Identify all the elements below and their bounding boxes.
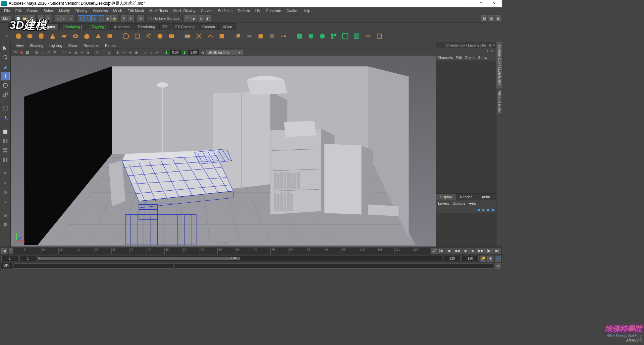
- cb-arrow-icon[interactable]: ➤: [486, 49, 489, 54]
- bevel-icon[interactable]: [256, 31, 266, 41]
- play-back-icon[interactable]: ◀: [461, 248, 469, 254]
- dof-icon[interactable]: ◉: [133, 50, 139, 55]
- select-component-icon[interactable]: ▱: [68, 15, 74, 21]
- move-tool[interactable]: [1, 72, 10, 80]
- menu-curves[interactable]: Curves: [198, 8, 215, 13]
- xray-icon[interactable]: ◌: [100, 50, 106, 55]
- layer-move-down-icon[interactable]: ◆: [482, 208, 485, 212]
- separate-icon[interactable]: [194, 31, 204, 41]
- range-playstart-field[interactable]: [19, 256, 36, 261]
- extrude-icon[interactable]: [233, 31, 243, 41]
- smooth-icon[interactable]: [205, 31, 215, 41]
- shelf-tab-fxcaching[interactable]: FX Caching: [172, 23, 198, 30]
- range-playend-field[interactable]: [444, 256, 461, 261]
- shelf-tab-rendering[interactable]: Rendering: [135, 23, 159, 30]
- snap-point-icon[interactable]: ⊙: [91, 15, 97, 21]
- shelf-tab-animation[interactable]: Animation: [110, 23, 134, 30]
- sculpt-tool-icon[interactable]: [363, 31, 373, 41]
- layout-b-icon[interactable]: ▥: [1, 220, 10, 228]
- menu-display[interactable]: Display: [73, 8, 90, 13]
- layer-tab-anim[interactable]: Anim: [476, 194, 496, 200]
- cb-close-icon[interactable]: ✕: [493, 44, 495, 47]
- maximize-button[interactable]: ◻: [474, 0, 487, 7]
- textured-icon[interactable]: ◍: [73, 50, 78, 55]
- layer-new-icon[interactable]: ◆: [491, 208, 494, 212]
- menu-surfaces[interactable]: Surfaces: [215, 8, 235, 13]
- layer-tab-display[interactable]: Display: [436, 194, 456, 200]
- menu-file[interactable]: File: [1, 8, 13, 13]
- layer-layers[interactable]: Layers: [438, 201, 449, 205]
- go-start-icon[interactable]: |◀: [437, 248, 444, 254]
- audio-icon[interactable]: 🔊: [431, 248, 437, 254]
- hypershade-icon[interactable]: ◎: [1, 188, 10, 196]
- time-slider[interactable]: ◀ 15101520253035404550556065707580859095…: [0, 247, 502, 255]
- cb-edit[interactable]: Edit: [455, 56, 462, 60]
- far-clip-icon[interactable]: ▮: [182, 50, 187, 55]
- lasso-tool[interactable]: [1, 53, 10, 62]
- shelf-tab-rigging[interactable]: [ Rigging ]: [86, 23, 110, 30]
- menu-cache[interactable]: Cache: [284, 8, 300, 13]
- cb-object[interactable]: Object: [465, 56, 475, 60]
- render-view2-icon[interactable]: ▭: [1, 197, 10, 206]
- gate-mask-icon[interactable]: ◩: [52, 50, 57, 55]
- outliner-icon[interactable]: ≡: [1, 169, 10, 178]
- near-clip-field[interactable]: 0.00: [170, 50, 181, 55]
- menu-deform[interactable]: Deform: [235, 8, 253, 13]
- layer-move-up-icon[interactable]: ◆: [477, 208, 480, 212]
- camera-select-icon[interactable]: 📷: [13, 50, 18, 55]
- toggle-panel1-icon[interactable]: ▤: [481, 15, 487, 21]
- booleans-icon[interactable]: [217, 31, 227, 41]
- panel-show[interactable]: Show: [66, 43, 80, 48]
- rotate-tool[interactable]: [1, 81, 10, 90]
- panel-view[interactable]: View: [13, 43, 26, 48]
- menu-windows[interactable]: Windows: [90, 8, 111, 13]
- film-gate-icon[interactable]: ▭: [40, 50, 45, 55]
- select-tool[interactable]: [1, 44, 10, 52]
- panel-shading[interactable]: Shading: [28, 43, 46, 48]
- step-fwd-icon[interactable]: |▶: [485, 248, 493, 254]
- autokey-icon[interactable]: 🔑: [480, 256, 486, 262]
- bookmark-icon[interactable]: 🔖: [19, 50, 24, 55]
- go-end-icon[interactable]: ▶|: [493, 248, 501, 254]
- snap-grid-icon[interactable]: ⊞: [78, 15, 84, 21]
- cb-undock-icon[interactable]: ◱: [489, 44, 492, 47]
- lock-icon[interactable]: 🔒: [111, 15, 117, 21]
- minimize-button[interactable]: —: [461, 0, 474, 7]
- cb-channels[interactable]: Channels: [437, 56, 453, 60]
- uv-editor-icon[interactable]: [352, 31, 362, 41]
- layer-options[interactable]: Options: [452, 201, 465, 205]
- uv-auto-icon[interactable]: [329, 31, 339, 41]
- panel-renderer[interactable]: Renderer: [81, 43, 101, 48]
- multicut-icon[interactable]: [267, 31, 277, 41]
- uv-planar-icon[interactable]: [294, 31, 305, 41]
- poly-prism-icon[interactable]: [82, 31, 92, 41]
- multisample-icon[interactable]: ✦: [127, 50, 133, 55]
- cmd-language-label[interactable]: MEL: [1, 263, 12, 268]
- snap-curve-icon[interactable]: ⌇: [85, 15, 91, 21]
- render-settings-icon[interactable]: ⚙: [198, 15, 204, 21]
- exposure-icon[interactable]: ☼: [143, 50, 148, 55]
- select-hierarchy-icon[interactable]: ▭: [55, 15, 61, 21]
- lights-icon[interactable]: ☀: [79, 50, 85, 55]
- history-out-icon[interactable]: ⎗: [128, 15, 134, 21]
- view-transform-icon[interactable]: ⇄: [155, 50, 160, 55]
- shelf-tab-xgen[interactable]: XGen: [219, 23, 236, 30]
- layer-help[interactable]: Help: [469, 201, 476, 205]
- range-start-field[interactable]: [1, 256, 18, 261]
- snap-plane-icon[interactable]: ▱: [98, 15, 104, 21]
- ao-icon[interactable]: ◐: [115, 50, 121, 55]
- select-object-icon[interactable]: ◇: [61, 15, 67, 21]
- snap-live-icon[interactable]: ◉: [105, 15, 111, 21]
- colorspace-dropdown[interactable]: sRGB gamma▾: [206, 50, 243, 55]
- paint-select-tool[interactable]: [1, 62, 10, 71]
- menu-edit[interactable]: Edit: [13, 8, 24, 13]
- cb-show[interactable]: Show: [478, 56, 487, 60]
- command-input[interactable]: [14, 263, 173, 269]
- range-end-field[interactable]: [462, 256, 479, 261]
- construction-history-icon[interactable]: ⟳: [138, 15, 144, 21]
- live-surface-indicator[interactable]: No Live Surface: [149, 16, 179, 20]
- graph-editor-icon[interactable]: ⎄: [1, 178, 10, 187]
- timeslider-left-icon[interactable]: ◀: [1, 248, 7, 254]
- menu-modify[interactable]: Modify: [56, 8, 72, 13]
- panel-panels[interactable]: Panels: [103, 43, 119, 48]
